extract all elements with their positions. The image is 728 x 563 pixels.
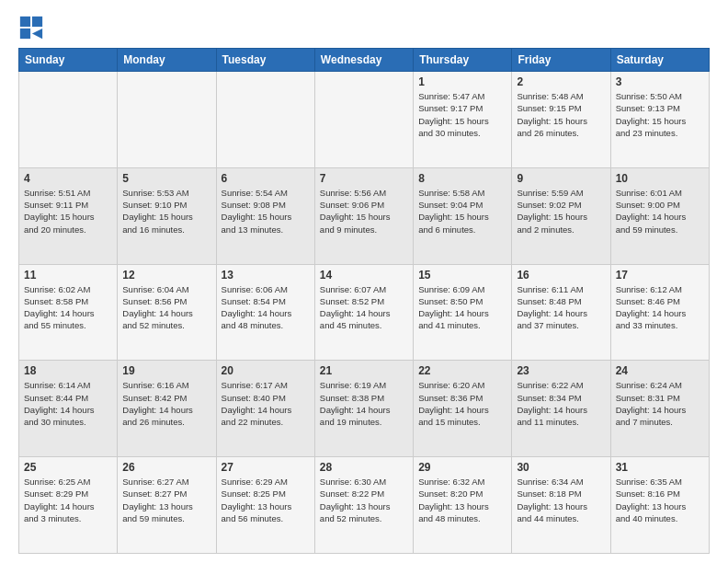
day-info: Sunrise: 6:01 AM Sunset: 9:00 PM Dayligh… bbox=[616, 187, 704, 236]
day-info: Sunrise: 6:04 AM Sunset: 8:56 PM Dayligh… bbox=[122, 283, 210, 332]
day-cell: 10Sunrise: 6:01 AM Sunset: 9:00 PM Dayli… bbox=[610, 167, 709, 264]
day-number: 18 bbox=[24, 364, 112, 377]
day-cell: 5Sunrise: 5:53 AM Sunset: 9:10 PM Daylig… bbox=[118, 167, 216, 264]
day-info: Sunrise: 6:06 AM Sunset: 8:54 PM Dayligh… bbox=[222, 283, 310, 332]
header-thursday: Thursday bbox=[414, 49, 512, 72]
day-cell: 12Sunrise: 6:04 AM Sunset: 8:56 PM Dayli… bbox=[118, 264, 216, 361]
day-cell: 11Sunrise: 6:02 AM Sunset: 8:58 PM Dayli… bbox=[19, 264, 118, 361]
header-wednesday: Wednesday bbox=[314, 49, 413, 72]
header-row: SundayMondayTuesdayWednesdayThursdayFrid… bbox=[19, 49, 710, 72]
day-cell: 3Sunrise: 5:50 AM Sunset: 9:13 PM Daylig… bbox=[610, 72, 709, 168]
day-info: Sunrise: 6:34 AM Sunset: 8:18 PM Dayligh… bbox=[517, 476, 605, 524]
week-row-2: 4Sunrise: 5:51 AM Sunset: 9:11 PM Daylig… bbox=[19, 167, 710, 264]
day-number: 19 bbox=[122, 364, 210, 377]
day-info: Sunrise: 6:19 AM Sunset: 8:38 PM Dayligh… bbox=[320, 379, 408, 428]
day-cell: 24Sunrise: 6:24 AM Sunset: 8:31 PM Dayli… bbox=[610, 361, 709, 457]
day-number: 20 bbox=[222, 364, 310, 377]
day-number: 1 bbox=[418, 75, 506, 88]
day-info: Sunrise: 6:25 AM Sunset: 8:29 PM Dayligh… bbox=[24, 476, 112, 524]
day-info: Sunrise: 6:07 AM Sunset: 8:52 PM Dayligh… bbox=[320, 283, 408, 332]
day-cell: 25Sunrise: 6:25 AM Sunset: 8:29 PM Dayli… bbox=[19, 457, 118, 554]
day-number: 28 bbox=[320, 461, 408, 474]
day-cell bbox=[314, 72, 413, 168]
logo-icon bbox=[18, 15, 44, 40]
day-info: Sunrise: 6:14 AM Sunset: 8:44 PM Dayligh… bbox=[24, 379, 112, 428]
day-number: 21 bbox=[320, 364, 408, 377]
week-row-4: 18Sunrise: 6:14 AM Sunset: 8:44 PM Dayli… bbox=[19, 361, 710, 457]
day-number: 25 bbox=[24, 461, 112, 474]
day-info: Sunrise: 6:32 AM Sunset: 8:20 PM Dayligh… bbox=[418, 476, 506, 524]
header bbox=[18, 15, 710, 40]
day-cell bbox=[19, 72, 118, 168]
header-tuesday: Tuesday bbox=[216, 49, 314, 72]
day-number: 27 bbox=[222, 461, 310, 474]
day-cell: 9Sunrise: 5:59 AM Sunset: 9:02 PM Daylig… bbox=[512, 167, 610, 264]
day-info: Sunrise: 6:27 AM Sunset: 8:27 PM Dayligh… bbox=[122, 476, 210, 524]
day-number: 31 bbox=[616, 461, 704, 474]
day-number: 4 bbox=[24, 172, 112, 185]
day-cell: 18Sunrise: 6:14 AM Sunset: 8:44 PM Dayli… bbox=[19, 361, 118, 457]
calendar-table: SundayMondayTuesdayWednesdayThursdayFrid… bbox=[18, 48, 710, 554]
day-number: 3 bbox=[616, 75, 704, 88]
day-cell: 22Sunrise: 6:20 AM Sunset: 8:36 PM Dayli… bbox=[414, 361, 512, 457]
day-number: 2 bbox=[517, 75, 605, 88]
day-cell: 2Sunrise: 5:48 AM Sunset: 9:15 PM Daylig… bbox=[512, 72, 610, 168]
day-cell: 13Sunrise: 6:06 AM Sunset: 8:54 PM Dayli… bbox=[216, 264, 314, 361]
day-info: Sunrise: 6:12 AM Sunset: 8:46 PM Dayligh… bbox=[616, 283, 704, 332]
day-info: Sunrise: 5:51 AM Sunset: 9:11 PM Dayligh… bbox=[24, 187, 112, 236]
header-sunday: Sunday bbox=[19, 49, 118, 72]
day-number: 11 bbox=[24, 269, 112, 282]
week-row-3: 11Sunrise: 6:02 AM Sunset: 8:58 PM Dayli… bbox=[19, 264, 710, 361]
day-cell: 20Sunrise: 6:17 AM Sunset: 8:40 PM Dayli… bbox=[216, 361, 314, 457]
calendar-header: SundayMondayTuesdayWednesdayThursdayFrid… bbox=[19, 49, 710, 72]
day-cell: 4Sunrise: 5:51 AM Sunset: 9:11 PM Daylig… bbox=[19, 167, 118, 264]
svg-rect-2 bbox=[20, 29, 30, 39]
day-cell: 21Sunrise: 6:19 AM Sunset: 8:38 PM Dayli… bbox=[314, 361, 413, 457]
day-info: Sunrise: 5:53 AM Sunset: 9:10 PM Dayligh… bbox=[122, 187, 210, 236]
header-friday: Friday bbox=[512, 49, 610, 72]
week-row-1: 1Sunrise: 5:47 AM Sunset: 9:17 PM Daylig… bbox=[19, 72, 710, 168]
day-number: 16 bbox=[517, 269, 605, 282]
day-info: Sunrise: 5:58 AM Sunset: 9:04 PM Dayligh… bbox=[418, 187, 506, 236]
day-number: 10 bbox=[616, 172, 704, 185]
day-cell: 23Sunrise: 6:22 AM Sunset: 8:34 PM Dayli… bbox=[512, 361, 610, 457]
day-cell: 28Sunrise: 6:30 AM Sunset: 8:22 PM Dayli… bbox=[314, 457, 413, 554]
day-number: 6 bbox=[222, 172, 310, 185]
day-number: 5 bbox=[122, 172, 210, 185]
day-cell: 7Sunrise: 5:56 AM Sunset: 9:06 PM Daylig… bbox=[314, 167, 413, 264]
logo bbox=[18, 15, 48, 40]
day-cell: 6Sunrise: 5:54 AM Sunset: 9:08 PM Daylig… bbox=[216, 167, 314, 264]
day-number: 22 bbox=[418, 364, 506, 377]
day-info: Sunrise: 6:02 AM Sunset: 8:58 PM Dayligh… bbox=[24, 283, 112, 332]
day-number: 26 bbox=[122, 461, 210, 474]
week-row-5: 25Sunrise: 6:25 AM Sunset: 8:29 PM Dayli… bbox=[19, 457, 710, 554]
day-info: Sunrise: 6:17 AM Sunset: 8:40 PM Dayligh… bbox=[222, 379, 310, 428]
day-cell: 27Sunrise: 6:29 AM Sunset: 8:25 PM Dayli… bbox=[216, 457, 314, 554]
day-number: 29 bbox=[418, 461, 506, 474]
day-cell: 30Sunrise: 6:34 AM Sunset: 8:18 PM Dayli… bbox=[512, 457, 610, 554]
day-info: Sunrise: 6:11 AM Sunset: 8:48 PM Dayligh… bbox=[517, 283, 605, 332]
svg-marker-3 bbox=[32, 29, 42, 39]
day-number: 23 bbox=[517, 364, 605, 377]
day-number: 15 bbox=[418, 269, 506, 282]
day-number: 17 bbox=[616, 269, 704, 282]
calendar-page: SundayMondayTuesdayWednesdayThursdayFrid… bbox=[0, 0, 728, 563]
day-number: 13 bbox=[222, 269, 310, 282]
day-number: 7 bbox=[320, 172, 408, 185]
day-info: Sunrise: 6:24 AM Sunset: 8:31 PM Dayligh… bbox=[616, 379, 704, 428]
day-info: Sunrise: 6:22 AM Sunset: 8:34 PM Dayligh… bbox=[517, 379, 605, 428]
header-monday: Monday bbox=[118, 49, 216, 72]
day-cell: 17Sunrise: 6:12 AM Sunset: 8:46 PM Dayli… bbox=[610, 264, 709, 361]
day-info: Sunrise: 5:47 AM Sunset: 9:17 PM Dayligh… bbox=[418, 90, 506, 139]
day-info: Sunrise: 5:56 AM Sunset: 9:06 PM Dayligh… bbox=[320, 187, 408, 236]
day-cell: 1Sunrise: 5:47 AM Sunset: 9:17 PM Daylig… bbox=[414, 72, 512, 168]
day-number: 8 bbox=[418, 172, 506, 185]
day-cell: 16Sunrise: 6:11 AM Sunset: 8:48 PM Dayli… bbox=[512, 264, 610, 361]
day-cell: 29Sunrise: 6:32 AM Sunset: 8:20 PM Dayli… bbox=[414, 457, 512, 554]
day-cell: 31Sunrise: 6:35 AM Sunset: 8:16 PM Dayli… bbox=[610, 457, 709, 554]
day-info: Sunrise: 6:09 AM Sunset: 8:50 PM Dayligh… bbox=[418, 283, 506, 332]
day-info: Sunrise: 6:35 AM Sunset: 8:16 PM Dayligh… bbox=[616, 476, 704, 524]
calendar-body: 1Sunrise: 5:47 AM Sunset: 9:17 PM Daylig… bbox=[19, 72, 710, 554]
svg-rect-0 bbox=[20, 17, 30, 27]
day-number: 30 bbox=[517, 461, 605, 474]
